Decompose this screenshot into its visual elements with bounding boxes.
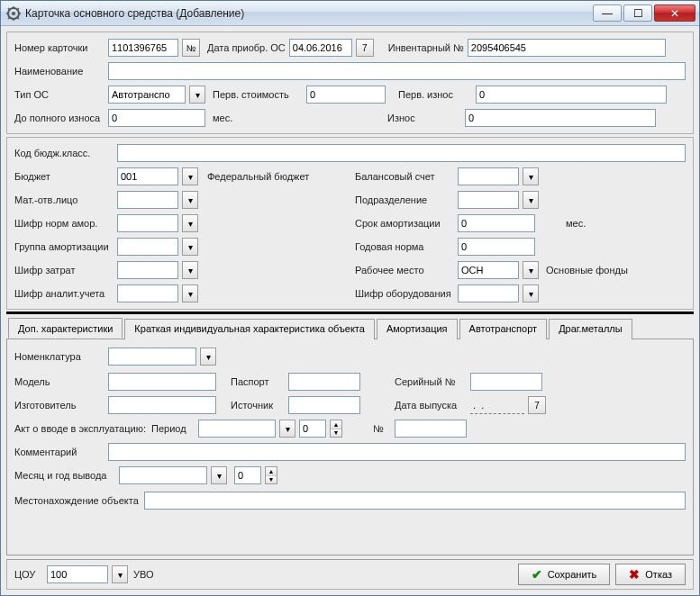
cost-code-dropdown-button[interactable]: ▾ — [182, 261, 198, 279]
budget-dropdown-button[interactable]: ▾ — [182, 167, 198, 185]
decomm-year-spin-input[interactable] — [234, 466, 261, 484]
amort-group-select[interactable] — [117, 238, 178, 256]
manufacturer-input[interactable] — [108, 396, 216, 414]
wear-input[interactable] — [465, 109, 656, 127]
nomenclature-select[interactable] — [108, 348, 196, 366]
maximize-button[interactable]: ☐ — [623, 5, 652, 22]
equipment-code-dropdown-button[interactable]: ▾ — [523, 284, 539, 303]
serial-input[interactable] — [470, 373, 542, 391]
cancel-button[interactable]: ✖ Отказ — [615, 564, 686, 585]
tsou-dropdown-button[interactable]: ▾ — [112, 565, 128, 583]
svg-point-1 — [12, 12, 15, 15]
comment-label: Комментарий — [14, 447, 105, 457]
window-title: Карточка основного средства (Добавление) — [25, 7, 593, 20]
window-buttons: — ☐ ✕ — [593, 5, 695, 22]
purchase-date-input[interactable] — [289, 39, 352, 57]
purchase-date-label: Дата приобр. ОС — [207, 42, 286, 53]
subdivision-dropdown-button[interactable]: ▾ — [523, 191, 539, 209]
release-date-picker-button[interactable]: 7 — [528, 396, 546, 414]
amort-period-input[interactable] — [458, 214, 535, 232]
cost-code-select[interactable] — [117, 261, 178, 279]
location-input[interactable] — [144, 492, 686, 510]
responsible-person-label: Мат.-отв.лицо — [14, 194, 114, 205]
equipment-code-label: Шифр оборудования — [355, 288, 454, 299]
initial-cost-label: Перв. стоимость — [213, 89, 303, 100]
nomenclature-label: Номенклатура — [14, 351, 105, 362]
tsou-select[interactable] — [47, 565, 108, 583]
workplace-label: Рабочее место — [355, 265, 454, 275]
purchase-date-picker-button[interactable]: 7 — [356, 39, 374, 57]
workplace-dropdown-button[interactable]: ▾ — [523, 261, 539, 279]
tsou-label: ЦОУ — [14, 569, 41, 580]
kbk-label: Код бюдж.класс. — [14, 148, 114, 158]
tab-strip: Доп. характеристики Краткая индивидуальн… — [6, 318, 694, 339]
asset-type-select[interactable] — [108, 86, 186, 104]
inventory-number-input[interactable] — [468, 39, 666, 57]
full-wear-input[interactable] — [108, 109, 205, 127]
kbk-input[interactable] — [117, 144, 686, 162]
subdivision-select[interactable] — [458, 191, 519, 209]
asset-type-label: Тип ОС — [14, 89, 105, 100]
tab-individual[interactable]: Краткая индивидуальная характеристика об… — [124, 319, 375, 339]
save-button[interactable]: ✔ Сохранить — [518, 564, 611, 585]
tab-additional[interactable]: Доп. характеристики — [8, 318, 123, 339]
manufacturer-label: Изготовитель — [14, 400, 105, 411]
cost-code-label: Шифр затрат — [14, 265, 114, 275]
close-button[interactable]: ✕ — [654, 5, 695, 22]
amort-group-label: Группа амортизации — [14, 241, 114, 252]
card-number-lookup-button[interactable]: № — [182, 39, 200, 57]
analytic-code-dropdown-button[interactable]: ▾ — [182, 284, 198, 303]
annual-rate-input[interactable] — [458, 238, 535, 256]
initial-wear-input[interactable] — [476, 86, 667, 104]
tab-autotransport[interactable]: Автотранспорт — [459, 319, 548, 339]
budget-description: Федеральный бюджет — [207, 171, 351, 182]
card-number-label: Номер карточки — [14, 42, 105, 53]
commissioning-act-label: Акт о вводе в эксплуатацию: — [14, 423, 148, 434]
balance-account-label: Балансовый счет — [355, 171, 454, 182]
budget-label: Бюджет — [14, 171, 114, 182]
card-number-input[interactable] — [108, 39, 178, 57]
period-spin-input[interactable] — [299, 420, 326, 438]
asset-type-dropdown-button[interactable]: ▾ — [189, 86, 205, 104]
minimize-button[interactable]: — — [593, 5, 622, 22]
budget-select[interactable] — [117, 167, 178, 185]
decomm-month-year-dropdown-button[interactable]: ▾ — [211, 466, 227, 484]
source-input[interactable] — [288, 396, 360, 414]
classification-group: Код бюдж.класс. Бюджет ▾ Федеральный бюд… — [6, 137, 694, 310]
decomm-year-spinner[interactable]: ▲▼ — [265, 466, 277, 484]
amort-code-dropdown-button[interactable]: ▾ — [182, 214, 198, 232]
decomm-month-year-select[interactable] — [119, 466, 207, 484]
act-number-input[interactable] — [395, 420, 467, 438]
act-number-label: № — [373, 423, 391, 434]
passport-input[interactable] — [288, 373, 360, 391]
name-label: Наименование — [14, 66, 105, 77]
model-input[interactable] — [108, 373, 216, 391]
comment-input[interactable] — [108, 443, 686, 461]
responsible-person-select[interactable] — [117, 191, 178, 209]
responsible-person-dropdown-button[interactable]: ▾ — [182, 191, 198, 209]
bottom-bar: ЦОУ ▾ УВО ✔ Сохранить ✖ Отказ — [6, 559, 694, 590]
tab-precious-metals[interactable]: Драг.металлы — [549, 319, 632, 339]
name-input[interactable] — [108, 62, 686, 80]
period-dropdown-button[interactable]: ▾ — [279, 420, 295, 438]
analytic-code-select[interactable] — [117, 284, 178, 303]
location-label: Местонахождение объекта — [14, 495, 141, 506]
cross-icon: ✖ — [629, 567, 640, 582]
nomenclature-dropdown-button[interactable]: ▾ — [200, 348, 216, 366]
workplace-select[interactable] — [458, 261, 519, 279]
gear-icon — [6, 6, 21, 21]
source-label: Источник — [231, 400, 285, 411]
release-date-input[interactable] — [470, 396, 524, 414]
amort-code-select[interactable] — [117, 214, 178, 232]
equipment-code-select[interactable] — [458, 284, 519, 303]
amort-group-dropdown-button[interactable]: ▾ — [182, 238, 198, 256]
inventory-number-label: Инвентарный № — [388, 42, 464, 53]
tab-amortization[interactable]: Амортизация — [377, 319, 458, 339]
titlebar[interactable]: Карточка основного средства (Добавление)… — [1, 1, 699, 26]
initial-cost-input[interactable] — [306, 86, 386, 104]
cancel-button-label: Отказ — [645, 569, 672, 580]
period-spinner[interactable]: ▲▼ — [330, 420, 342, 438]
balance-account-select[interactable] — [458, 167, 519, 185]
balance-account-dropdown-button[interactable]: ▾ — [523, 167, 539, 185]
period-select[interactable] — [198, 420, 276, 438]
